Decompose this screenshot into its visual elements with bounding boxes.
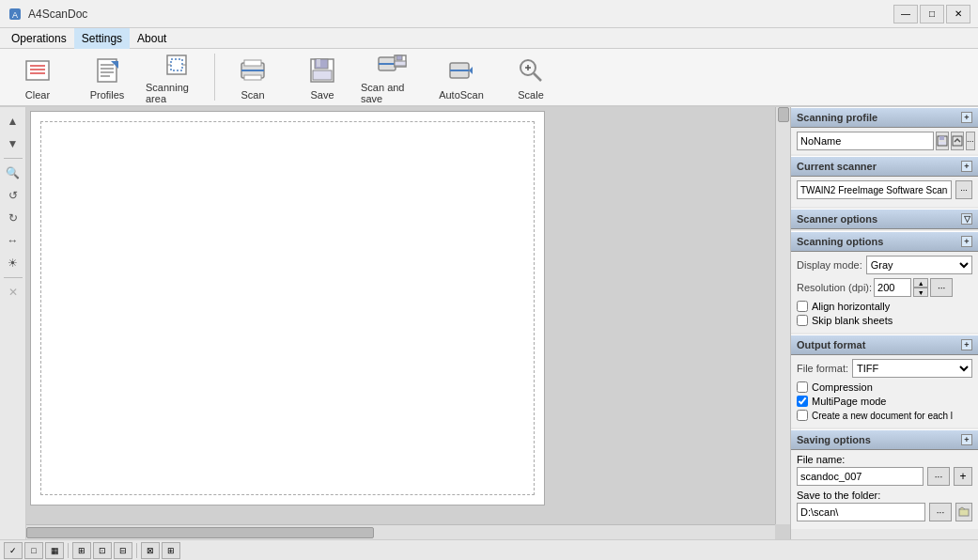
current-scanner-section: Current scanner + ···	[791, 156, 978, 207]
minimize-button[interactable]: —	[893, 5, 918, 23]
bt-divider-2	[136, 543, 137, 558]
clear-button[interactable]: Clear	[4, 50, 71, 104]
current-scanner-body: ···	[791, 177, 978, 207]
app-title: A4ScanDoc	[28, 8, 893, 21]
left-btn-up[interactable]: ▲	[3, 111, 23, 132]
file-name-input[interactable]	[797, 467, 924, 486]
create-new-doc-row: Create a new document for each l	[797, 410, 972, 421]
left-divider-1	[4, 158, 23, 159]
canvas-inner[interactable]	[26, 107, 790, 539]
svg-rect-2	[26, 61, 49, 80]
profile-row: ···	[797, 132, 972, 150]
scanning-profile-collapse[interactable]: +	[961, 112, 972, 123]
compression-checkbox[interactable]	[797, 381, 808, 393]
file-name-more-btn[interactable]: ···	[927, 467, 950, 486]
left-btn-delete[interactable]: ✕	[3, 282, 23, 303]
scan-button[interactable]: Scan	[219, 50, 287, 104]
left-btn-zoom[interactable]: 🔍	[3, 163, 23, 183]
left-btn-rotate-right[interactable]: ↻	[3, 208, 23, 228]
saving-options-collapse[interactable]: +	[961, 434, 972, 445]
save-button[interactable]: Save	[288, 50, 356, 104]
close-button[interactable]: ✕	[946, 5, 970, 23]
current-scanner-header: Current scanner +	[791, 156, 978, 177]
file-format-select[interactable]: TIFF JPEG PNG PDF	[852, 359, 972, 378]
scanning-profile-section: Scanning profile + ···	[791, 107, 978, 154]
left-btn-rotate-left[interactable]: ↺	[3, 185, 23, 206]
resolution-input[interactable]	[874, 278, 911, 297]
scanning-options-collapse[interactable]: +	[961, 236, 972, 247]
scanning-profile-body: ···	[791, 128, 978, 154]
autoscan-button[interactable]: AutoScan	[427, 50, 495, 104]
v-scroll-thumb[interactable]	[778, 107, 789, 122]
profile-save-btn[interactable]	[936, 132, 949, 150]
svg-text:A: A	[12, 10, 18, 20]
output-format-collapse[interactable]: +	[961, 339, 972, 350]
scanning-area-button[interactable]: Scanning area	[143, 50, 210, 104]
resolution-up[interactable]: ▲	[913, 278, 928, 288]
output-format-body: File format: TIFF JPEG PNG PDF Compressi…	[791, 355, 978, 428]
maximize-button[interactable]: □	[920, 5, 944, 23]
svg-line-32	[534, 73, 541, 81]
scale-button[interactable]: Scale	[497, 50, 565, 104]
scan-and-save-button[interactable]: Scan and save	[358, 50, 426, 104]
scanner-more-btn[interactable]: ···	[955, 180, 972, 199]
canvas-scrollbar-v[interactable]	[775, 107, 790, 524]
canvas-area	[26, 107, 790, 539]
scan-dashed-border	[40, 121, 535, 495]
svg-rect-17	[244, 60, 261, 66]
app-icon: A	[8, 7, 23, 22]
menu-settings[interactable]: Settings	[74, 28, 130, 49]
bt-grid[interactable]: ▦	[45, 542, 64, 559]
profile-more-btn[interactable]: ···	[966, 132, 975, 150]
autoscan-icon	[444, 54, 478, 87]
right-panel: Scanning profile + ··· Current	[790, 107, 978, 539]
svg-rect-37	[939, 142, 946, 145]
svg-rect-19	[244, 75, 261, 80]
bt-zoom-fit[interactable]: ⊡	[93, 542, 112, 559]
menu-operations[interactable]: Operations	[4, 28, 74, 49]
profiles-icon	[90, 54, 124, 87]
compression-row: Compression	[797, 381, 972, 393]
save-folder-more-btn[interactable]: ···	[929, 503, 952, 521]
left-btn-flip-h[interactable]: ↔	[3, 230, 23, 251]
left-btn-down[interactable]: ▼	[3, 133, 23, 154]
profiles-button[interactable]: Profiles	[73, 50, 141, 104]
menu-about[interactable]: About	[130, 28, 174, 49]
multipage-mode-checkbox[interactable]	[797, 396, 808, 407]
save-folder-browse-btn[interactable]	[955, 503, 972, 521]
skip-blank-sheets-checkbox[interactable]	[797, 315, 808, 326]
current-scanner-collapse[interactable]: +	[961, 161, 972, 172]
save-icon	[305, 54, 339, 87]
bt-check[interactable]: ✓	[4, 542, 23, 559]
bt-page-fit-2[interactable]: ⊞	[162, 542, 180, 559]
svg-rect-22	[317, 59, 320, 67]
left-btn-brightness[interactable]: ☀	[3, 253, 23, 273]
profile-load-btn[interactable]	[951, 132, 964, 150]
scanner-options-header: Scanner options ▽	[791, 209, 978, 229]
bt-rect[interactable]: □	[24, 542, 43, 559]
svg-rect-39	[959, 509, 969, 516]
align-horizontally-checkbox[interactable]	[797, 301, 808, 312]
scanner-field-row: ···	[797, 180, 972, 199]
scanner-options-section: Scanner options ▽	[791, 209, 978, 229]
multipage-mode-row: MultiPage mode	[797, 396, 972, 407]
scanner-options-collapse[interactable]: ▽	[961, 213, 972, 225]
bt-zoom-full[interactable]: ⊞	[72, 542, 91, 559]
resolution-more-btn[interactable]: ···	[930, 278, 953, 297]
align-horizontally-row: Align horizontally	[797, 301, 972, 312]
save-folder-input[interactable]	[797, 503, 925, 521]
bt-zoom-select[interactable]: ⊟	[114, 542, 132, 559]
resolution-down[interactable]: ▼	[913, 288, 928, 297]
toolbar-divider-1	[214, 54, 215, 101]
display-mode-select[interactable]: Gray Color Black and White	[866, 256, 972, 274]
resolution-spinner: ▲ ▼	[913, 278, 928, 297]
main-area: ▲ ▼ 🔍 ↺ ↻ ↔ ☀ ✕	[0, 107, 978, 539]
bt-page-fit[interactable]: ⊠	[141, 542, 160, 559]
file-name-add-btn[interactable]: +	[954, 467, 972, 486]
h-scroll-thumb[interactable]	[26, 527, 374, 538]
create-new-doc-checkbox[interactable]	[797, 410, 808, 421]
scanner-name-input[interactable]	[797, 180, 952, 199]
canvas-scrollbar-h[interactable]	[26, 524, 775, 539]
svg-rect-38	[953, 136, 962, 146]
profile-name-input[interactable]	[797, 132, 934, 150]
